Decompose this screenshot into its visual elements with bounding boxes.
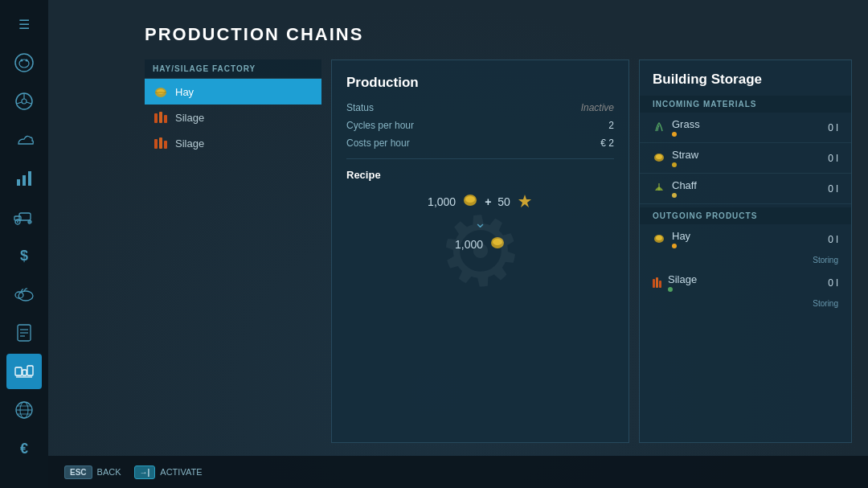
sidebar: ☰ $ €: [0, 0, 48, 488]
production-title: Production: [346, 75, 614, 91]
chaff-icon: [653, 181, 665, 196]
hay-list-icon: [153, 85, 169, 98]
recipe-output-amount: 1,000: [455, 238, 483, 251]
svg-point-40: [493, 239, 502, 245]
recipe-input-icon: [462, 192, 478, 211]
storage-row-straw: Straw 0 l: [640, 143, 851, 174]
hay-out-icon: [653, 232, 665, 247]
sidebar-item-map[interactable]: [6, 392, 42, 428]
sidebar-item-menu[interactable]: ☰: [6, 6, 42, 42]
straw-value: 0 l: [828, 153, 838, 164]
recipe-addend-amount: 50: [497, 195, 510, 208]
svg-rect-9: [17, 179, 20, 186]
hay-out-name: Hay: [672, 230, 690, 242]
svg-point-5: [22, 99, 27, 104]
factory-list-panel: HAY/SILAGE FACTORY Hay: [145, 59, 321, 443]
recipe-arrow-row: ⌄: [474, 214, 486, 232]
sidebar-item-vehicle[interactable]: [6, 199, 42, 235]
grass-value: 0 l: [828, 122, 838, 133]
svg-point-16: [17, 221, 18, 223]
straw-name: Straw: [672, 149, 698, 161]
recipe-label: Recipe: [346, 169, 614, 181]
status-row: Status Inactive: [346, 102, 614, 113]
recipe-output-icon: [489, 235, 506, 253]
list-item-silage-1[interactable]: Silage: [145, 105, 321, 130]
svg-point-17: [29, 221, 31, 223]
back-key: ESC: [64, 465, 92, 479]
svg-point-3: [26, 59, 28, 62]
storage-title: Building Storage: [640, 60, 851, 96]
activate-label: ACTIVATE: [160, 467, 202, 477]
chaff-name: Chaff: [672, 179, 697, 191]
status-value: Inactive: [581, 102, 614, 113]
silage-out-row: Silage 0 l: [640, 268, 851, 297]
status-label: Status: [346, 102, 374, 113]
storage-row-chaff: Chaff 0 l: [640, 174, 851, 204]
costs-value: € 2: [600, 137, 614, 149]
storage-row-silage-out: Silage 0 l Storing: [640, 268, 851, 311]
main-content: PRODUCTION CHAINS HAY/SILAGE FACTORY Hay: [48, 0, 868, 488]
building-storage-panel: Building Storage INCOMING MATERIALS Gras…: [639, 59, 852, 443]
cycles-row: Cycles per hour 2: [346, 120, 614, 131]
svg-rect-24: [15, 367, 22, 375]
silage2-list-icon: [153, 137, 169, 150]
recipe-plus: +: [485, 195, 491, 208]
svg-marker-38: [518, 195, 531, 207]
chaff-row-left: Chaff: [653, 179, 697, 198]
silage-out-value: 0 l: [828, 277, 838, 289]
hay-list-label: Hay: [175, 86, 194, 98]
costs-label: Costs per hour: [346, 137, 410, 149]
straw-row-left: Straw: [653, 149, 698, 167]
sidebar-item-currency[interactable]: €: [6, 431, 42, 466]
silage-out-name: Silage: [668, 273, 697, 285]
recipe-addend-icon: [517, 193, 533, 211]
cycles-label: Cycles per hour: [346, 120, 414, 131]
silage-out-row-left: Silage: [653, 273, 697, 292]
sidebar-item-animals[interactable]: [6, 45, 42, 80]
silage-out-icon: [653, 277, 661, 288]
back-label: BACK: [97, 467, 121, 477]
recipe-output-row: 1,000: [455, 235, 506, 253]
hay-out-row: Hay 0 l: [640, 224, 851, 254]
production-panel: ⚙ Production Status Inactive Cycles per …: [331, 59, 629, 443]
recipe-arrow-icon: ⌄: [474, 214, 486, 232]
silage-storing-label: Storing: [640, 297, 851, 311]
silage1-list-icon: [153, 111, 169, 124]
activate-button[interactable]: →| ACTIVATE: [134, 465, 203, 479]
chaff-value: 0 l: [828, 183, 838, 195]
sidebar-item-finance[interactable]: $: [6, 238, 42, 273]
svg-point-2: [21, 59, 23, 62]
sidebar-item-stats[interactable]: [6, 161, 42, 196]
svg-point-0: [15, 54, 33, 72]
list-item-silage-2[interactable]: Silage: [145, 130, 321, 156]
storage-row-grass: Grass 0 l: [640, 113, 851, 143]
panel-divider: [346, 158, 614, 159]
outgoing-section-label: OUTGOING PRODUCTS: [640, 207, 851, 224]
list-item-hay[interactable]: Hay: [145, 79, 321, 105]
sidebar-item-steering[interactable]: [6, 84, 42, 119]
incoming-section-label: INCOMING MATERIALS: [640, 96, 851, 113]
sidebar-item-weather[interactable]: [6, 122, 42, 158]
sidebar-item-livestock[interactable]: [6, 277, 42, 312]
activate-key: →|: [134, 465, 156, 479]
sidebar-item-missions[interactable]: [6, 315, 42, 351]
svg-line-7: [17, 102, 22, 104]
svg-point-37: [465, 196, 475, 203]
hay-out-value: 0 l: [828, 234, 838, 245]
straw-icon: [653, 150, 665, 166]
svg-rect-10: [23, 175, 26, 186]
svg-rect-25: [23, 370, 27, 375]
grass-name: Grass: [672, 118, 700, 130]
recipe-input-amount: 1,000: [428, 195, 456, 208]
svg-rect-11: [28, 171, 31, 186]
svg-rect-26: [27, 366, 33, 375]
silage1-list-label: Silage: [175, 112, 204, 124]
silage2-list-label: Silage: [175, 137, 204, 150]
grass-icon: [653, 120, 665, 135]
page-title: PRODUCTION CHAINS: [145, 24, 852, 45]
costs-row: Costs per hour € 2: [346, 137, 614, 149]
sidebar-item-production[interactable]: [6, 354, 42, 389]
svg-point-34: [157, 89, 165, 94]
storage-row-hay-out: Hay 0 l Storing: [640, 224, 851, 268]
back-button[interactable]: ESC BACK: [64, 465, 121, 479]
